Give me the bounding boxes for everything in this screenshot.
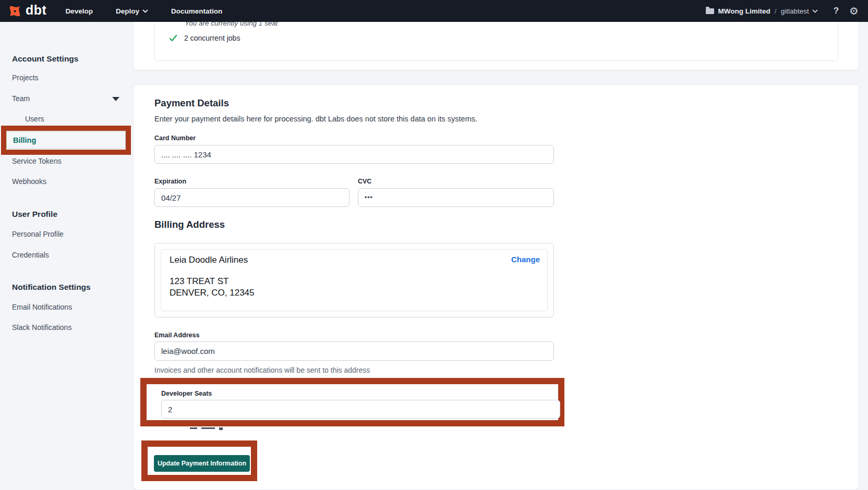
sidebar-item-email-notifications[interactable]: Email Notifications xyxy=(12,303,72,311)
annotation-box-billing: Billing xyxy=(1,126,131,155)
chevron-down-icon xyxy=(812,9,818,13)
card-number-label: Card Number xyxy=(154,134,554,142)
billing-address-line2: DENVER, CO, 12345 xyxy=(170,287,540,299)
concurrent-jobs-row: 2 concurrent jobs xyxy=(169,34,240,42)
cvc-field-group: CVC xyxy=(358,178,554,207)
breadcrumb-separator: / xyxy=(775,7,777,15)
payment-form: Card Number Expiration CVC Billing Addre… xyxy=(154,134,554,374)
sidebar-item-billing[interactable]: Billing xyxy=(6,131,126,149)
dbt-logo-text: dbt xyxy=(26,4,46,18)
project-name-label: gitlabtest xyxy=(781,7,809,15)
email-helper-text: Invoices and other account notifications… xyxy=(154,366,554,374)
payment-details-subtitle: Enter your payment details here for proc… xyxy=(154,115,859,123)
email-address-label: Email Address xyxy=(154,332,554,339)
sidebar-item-credentials[interactable]: Credentials xyxy=(12,251,49,259)
obscured-text-fragment xyxy=(154,427,859,430)
nav-menu: Develop Deploy Documentation xyxy=(65,7,222,15)
expiration-cvc-row: Expiration CVC xyxy=(154,178,554,207)
check-icon xyxy=(169,34,177,42)
concurrent-jobs-text: 2 concurrent jobs xyxy=(184,34,240,42)
billing-address-line1: 123 TREAT ST xyxy=(170,276,540,287)
payment-details-title: Payment Details xyxy=(154,97,859,109)
folder-icon xyxy=(706,8,714,14)
nav-item-deploy-label: Deploy xyxy=(116,7,139,15)
developer-seats-label: Developer Seats xyxy=(161,390,558,397)
expiration-input[interactable] xyxy=(154,188,349,207)
project-selector[interactable]: gitlabtest xyxy=(781,7,818,15)
sidebar-item-team-label: Team xyxy=(12,94,30,103)
billing-address-box: Leia Doodle Airlines Change 123 TREAT ST… xyxy=(154,243,554,317)
sidebar-item-billing-label: Billing xyxy=(13,136,36,144)
sidebar-item-users[interactable]: Users xyxy=(25,115,44,123)
annotation-box-developer-seats: Developer Seats xyxy=(140,378,564,426)
help-icon[interactable]: ? xyxy=(834,6,839,16)
sidebar-item-webhooks[interactable]: Webhooks xyxy=(12,177,46,186)
sidebar-heading-user-profile: User Profile xyxy=(12,210,57,219)
dbt-logo-icon xyxy=(7,4,22,19)
update-payment-information-button[interactable]: Update Payment Information xyxy=(154,455,250,472)
seat-usage-card: You are currently using 1 seat 2 concurr… xyxy=(133,22,859,70)
gear-icon[interactable]: ⚙ xyxy=(849,6,859,16)
sidebar-item-service-tokens[interactable]: Service Tokens xyxy=(12,157,62,165)
settings-sidebar: Account Settings Projects Team Users Bil… xyxy=(0,22,131,490)
annotation-box-update-button: Update Payment Information xyxy=(141,440,257,481)
change-address-link[interactable]: Change xyxy=(511,255,540,264)
billing-address-title: Billing Address xyxy=(154,219,554,230)
payment-details-card: Payment Details Enter your payment detai… xyxy=(133,84,859,490)
nav-item-deploy[interactable]: Deploy xyxy=(116,7,148,15)
nav-item-develop[interactable]: Develop xyxy=(65,7,93,15)
sidebar-item-projects[interactable]: Projects xyxy=(12,74,39,82)
account-name[interactable]: MWong Limited xyxy=(718,7,770,15)
developer-seats-input[interactable] xyxy=(161,400,560,419)
sidebar-item-slack-notifications[interactable]: Slack Notifications xyxy=(12,323,71,332)
sidebar-item-personal-profile[interactable]: Personal Profile xyxy=(12,230,64,238)
top-navbar: dbt Develop Deploy Documentation MWong L… xyxy=(0,0,868,22)
nav-item-documentation[interactable]: Documentation xyxy=(171,7,222,15)
expiration-field-group: Expiration xyxy=(154,178,349,207)
nav-right: MWong Limited / gitlabtest ? ⚙ xyxy=(706,6,868,16)
nav-item-documentation-label: Documentation xyxy=(171,7,222,15)
expiration-label: Expiration xyxy=(154,178,349,185)
cvc-input[interactable] xyxy=(358,188,554,207)
seat-usage-inner-box: You are currently using 1 seat 2 concurr… xyxy=(154,19,838,61)
cvc-label: CVC xyxy=(358,178,554,185)
email-address-input[interactable] xyxy=(154,341,554,361)
nav-item-develop-label: Develop xyxy=(65,7,93,15)
billing-address-name: Leia Doodle Airlines xyxy=(170,255,248,265)
chevron-down-icon xyxy=(142,9,148,13)
sidebar-item-team[interactable]: Team xyxy=(12,94,30,103)
billing-address-inner-box: Leia Doodle Airlines Change 123 TREAT ST… xyxy=(161,249,548,311)
sidebar-heading-account-settings: Account Settings xyxy=(12,54,78,64)
sidebar-heading-notification-settings: Notification Settings xyxy=(12,283,91,292)
card-number-input[interactable] xyxy=(154,145,554,164)
dbt-logo[interactable]: dbt xyxy=(7,4,46,19)
caret-down-icon[interactable] xyxy=(112,97,119,101)
